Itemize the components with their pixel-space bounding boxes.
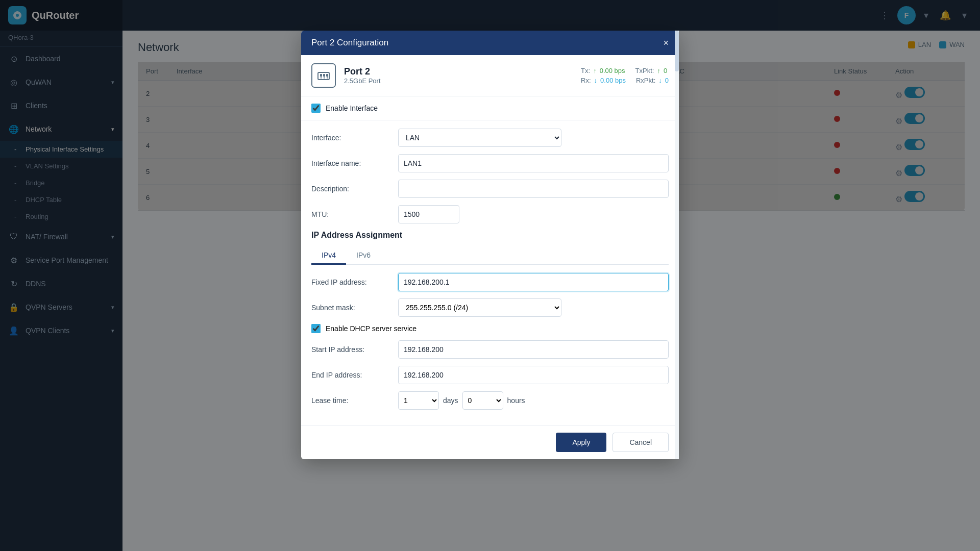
- port-type: 2.5GbE Port: [344, 77, 573, 85]
- interface-select[interactable]: LAN WAN: [398, 129, 561, 147]
- enable-interface-checkbox[interactable]: [311, 104, 321, 113]
- lease-time-label: Lease time:: [311, 396, 393, 405]
- description-input[interactable]: [398, 180, 669, 198]
- hours-label: hours: [507, 396, 525, 405]
- dialog-header: Port 2 Configuration ×: [301, 31, 679, 55]
- rx-down-arrow: ↓: [594, 77, 598, 84]
- rx-stat: Rx: ↓ 0.00 bps: [581, 77, 626, 84]
- end-ip-row: End IP address:: [311, 366, 669, 384]
- interface-name-input[interactable]: [398, 154, 669, 172]
- start-ip-label: Start IP address:: [311, 345, 393, 354]
- enable-interface-label: Enable Interface: [326, 104, 378, 112]
- start-ip-input[interactable]: [398, 340, 669, 359]
- rx-value: 0.00 bps: [600, 77, 626, 84]
- apply-button[interactable]: Apply: [556, 433, 606, 452]
- txpkt-value: 0: [664, 67, 667, 74]
- subnet-mask-row: Subnet mask: 255.255.255.0 (/24) 255.255…: [311, 298, 669, 317]
- interface-name-label: Interface name:: [311, 159, 393, 167]
- dialog-body: Port 2 2.5GbE Port Tx: ↑ 0.00 bps TxPkt:…: [301, 55, 679, 425]
- scrollbar[interactable]: [675, 55, 679, 425]
- lease-time-row: Lease time: 12730 days 012612 hours: [311, 391, 669, 410]
- port-icon: [311, 63, 336, 88]
- tab-ipv6[interactable]: IPv6: [346, 247, 381, 265]
- mtu-label: MTU:: [311, 210, 393, 218]
- lease-time-controls: 12730 days 012612 hours: [398, 391, 525, 410]
- ip-tabs: IPv4 IPv6: [311, 247, 669, 265]
- txpkt-label: TxPkt:: [635, 67, 654, 74]
- port-name-area: Port 2 2.5GbE Port: [344, 66, 573, 85]
- days-label: days: [443, 396, 458, 405]
- dialog-close-button[interactable]: ×: [663, 38, 669, 47]
- mtu-input[interactable]: [398, 205, 459, 223]
- port-config-dialog: Port 2 Configuration ×: [301, 31, 679, 459]
- dhcp-enable-label: Enable DHCP server service: [326, 324, 416, 333]
- rxpkt-down-arrow: ↓: [658, 77, 662, 84]
- subnet-mask-label: Subnet mask:: [311, 304, 393, 312]
- svg-rect-4: [326, 74, 328, 77]
- fixed-ip-label: Fixed IP address:: [311, 278, 393, 286]
- port-name: Port 2: [344, 66, 573, 77]
- description-label: Description:: [311, 185, 393, 193]
- start-ip-row: Start IP address:: [311, 340, 669, 359]
- interface-row: Interface: LAN WAN: [311, 129, 669, 147]
- tx-value: 0.00 bps: [600, 67, 625, 74]
- rxpkt-label: RxPkt:: [636, 77, 655, 84]
- end-ip-label: End IP address:: [311, 371, 393, 379]
- interface-label: Interface:: [311, 134, 393, 142]
- rxpkt-stat: RxPkt: ↓ 0: [636, 77, 669, 84]
- lease-days-select[interactable]: 12730: [398, 391, 439, 410]
- modal-overlay: Port 2 Configuration ×: [0, 0, 980, 551]
- rx-label: Rx:: [581, 77, 591, 84]
- enable-interface-row: Enable Interface: [301, 96, 679, 120]
- dhcp-enable-row: Enable DHCP server service: [311, 324, 669, 333]
- scrollbar-thumb: [675, 55, 679, 71]
- dialog-footer: Apply Cancel: [301, 425, 679, 459]
- port-info-row: Port 2 2.5GbE Port Tx: ↑ 0.00 bps TxPkt:…: [301, 55, 679, 96]
- mtu-row: MTU:: [311, 205, 669, 223]
- form-section: Interface: LAN WAN Interface name: Descr…: [301, 120, 679, 425]
- lease-hours-select[interactable]: 012612: [462, 391, 503, 410]
- dhcp-enable-checkbox[interactable]: [311, 324, 321, 333]
- ip-section-title: IP Address Assignment: [311, 231, 669, 240]
- tx-up-arrow: ↑: [593, 67, 597, 74]
- stat-row-rx: Rx: ↓ 0.00 bps RxPkt: ↓ 0: [581, 77, 669, 84]
- fixed-ip-row: Fixed IP address:: [311, 273, 669, 291]
- cancel-button[interactable]: Cancel: [612, 433, 669, 452]
- txpkt-stat: TxPkt: ↑ 0: [635, 67, 668, 74]
- subnet-mask-select[interactable]: 255.255.255.0 (/24) 255.255.0.0 (/16) 25…: [398, 298, 561, 317]
- svg-rect-2: [320, 74, 322, 77]
- port-stats: Tx: ↑ 0.00 bps TxPkt: ↑ 0 Rx:: [581, 67, 669, 84]
- dialog-title: Port 2 Configuration: [311, 38, 388, 48]
- description-row: Description:: [311, 180, 669, 198]
- svg-rect-3: [323, 74, 325, 77]
- tx-stat: Tx: ↑ 0.00 bps: [581, 67, 625, 74]
- tx-label: Tx:: [581, 67, 590, 74]
- end-ip-input[interactable]: [398, 366, 669, 384]
- tab-ipv4[interactable]: IPv4: [311, 247, 346, 265]
- interface-name-row: Interface name:: [311, 154, 669, 172]
- fixed-ip-input[interactable]: [398, 273, 669, 291]
- stat-row-tx: Tx: ↑ 0.00 bps TxPkt: ↑ 0: [581, 67, 669, 74]
- txpkt-up-arrow: ↑: [657, 67, 660, 74]
- rxpkt-value: 0: [665, 77, 669, 84]
